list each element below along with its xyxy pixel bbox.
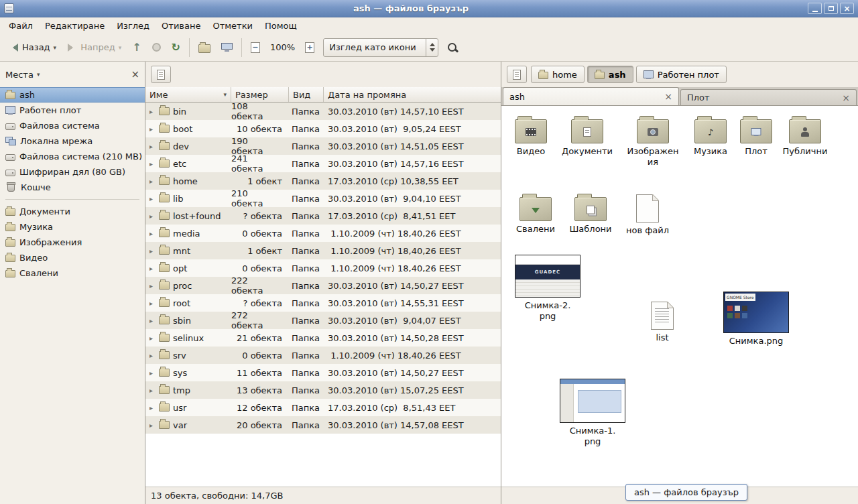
expander-icon[interactable]: ▸ xyxy=(149,334,158,342)
menu-go[interactable]: Отиване xyxy=(156,19,206,33)
menu-help[interactable]: Помощ xyxy=(259,19,303,33)
expander-icon[interactable]: ▸ xyxy=(149,265,158,272)
sidebar-item-video[interactable]: Видео xyxy=(0,250,145,265)
tree-row-bin[interactable]: ▸bin108 обектаПапка30.03.2010 (вт) 14,57… xyxy=(145,103,501,120)
tab-ash[interactable]: ash × xyxy=(503,87,679,105)
home-button[interactable] xyxy=(194,37,215,58)
tree-row-var[interactable]: ▸var20 обектаПапка30.03.2010 (вт) 14,57,… xyxy=(145,416,501,434)
sidebar-close-button[interactable]: × xyxy=(131,68,139,80)
tree-row-lost+found[interactable]: ▸lost+found? обектаПапка17.03.2010 (ср) … xyxy=(145,207,501,225)
tree-row-sbin[interactable]: ▸sbin272 обектаПапка30.03.2010 (вт) 9,04… xyxy=(145,312,501,329)
icon-item-templates[interactable]: Шаблони xyxy=(565,193,616,235)
reload-button[interactable]: ↻ xyxy=(167,37,185,58)
sidebar-item-desktop[interactable]: Работен плот xyxy=(0,103,145,118)
zoom-in-button[interactable]: + xyxy=(300,37,319,58)
icon-item-snimka-1[interactable]: Снимка-1. png xyxy=(558,379,627,446)
tree-row-srv[interactable]: ▸srv0 обектаПапка 1.10.2009 (чт) 18,40,2… xyxy=(145,346,501,364)
tab-close-icon[interactable]: × xyxy=(664,92,672,101)
column-header-size[interactable]: Размер xyxy=(231,87,289,102)
tree-row-usr[interactable]: ▸usr12 обектаПапка17.03.2010 (ср) 8,51,4… xyxy=(145,399,501,416)
expander-icon[interactable]: ▸ xyxy=(149,108,158,115)
tree-row-home[interactable]: ▸home1 обектПапка17.03.2010 (ср) 10,38,5… xyxy=(145,172,501,190)
tree-row-opt[interactable]: ▸opt0 обектаПапка 1.10.2009 (чт) 18,40,2… xyxy=(145,259,501,277)
expander-icon[interactable]: ▸ xyxy=(149,247,158,255)
sidebar-item-network[interactable]: Локална мрежа xyxy=(0,133,145,149)
expander-icon[interactable]: ▸ xyxy=(149,195,158,202)
tree-row-mnt[interactable]: ▸mnt1 обектПапка 1.10.2009 (чт) 18,40,26… xyxy=(145,242,501,259)
tree-row-sys[interactable]: ▸sys11 обектаПапка30.03.2010 (вт) 14,50,… xyxy=(145,364,501,381)
expander-icon[interactable]: ▸ xyxy=(149,282,158,290)
tree-row-selinux[interactable]: ▸selinux21 обектаПапка30.03.2010 (вт) 14… xyxy=(145,329,501,346)
back-button[interactable]: Назад ▾ xyxy=(4,37,61,58)
expander-icon[interactable]: ▸ xyxy=(149,317,158,324)
tree-row-proc[interactable]: ▸proc222 обектаПапка30.03.2010 (вт) 14,5… xyxy=(145,277,501,294)
taskbar-window-label[interactable]: ash — файлов браузър xyxy=(625,484,747,501)
sidebar-item-music[interactable]: Музика xyxy=(0,219,145,235)
expander-icon[interactable]: ▸ xyxy=(149,178,158,185)
icon-view[interactable]: Видео Документи Изображен ия ♪ Музика Пл… xyxy=(501,106,858,487)
tree-row-etc[interactable]: ▸etc241 обектаПапка30.03.2010 (вт) 14,57… xyxy=(145,155,501,172)
sidebar-item-downloads[interactable]: Свалени xyxy=(0,265,145,281)
icon-item-video[interactable]: Видео xyxy=(505,115,556,157)
zoom-out-button[interactable]: − xyxy=(246,37,265,58)
expander-icon[interactable]: ▸ xyxy=(149,143,158,150)
sidebar-item-pictures[interactable]: Изображения xyxy=(0,235,145,250)
expander-icon[interactable]: ▸ xyxy=(149,352,158,359)
close-button[interactable]: × xyxy=(840,3,854,14)
icon-item-desktop[interactable]: Плот xyxy=(731,115,782,157)
sidebar-item-documents[interactable]: Документи xyxy=(0,204,145,219)
expander-icon[interactable]: ▸ xyxy=(149,300,158,307)
breadcrumb-desktop[interactable]: Работен плот xyxy=(636,66,727,83)
forward-button[interactable]: Напред ▾ xyxy=(62,37,126,58)
breadcrumb-ash[interactable]: ash xyxy=(587,66,633,83)
expander-icon[interactable]: ▸ xyxy=(149,387,158,394)
expander-icon[interactable]: ▸ xyxy=(149,369,158,377)
icon-item-pictures[interactable]: Изображен ия xyxy=(627,115,678,167)
icon-item-snimka-2[interactable]: GUADEC Снимка-2. png xyxy=(513,255,583,321)
menu-view[interactable]: Изглед xyxy=(111,19,156,33)
menu-file[interactable]: Файл xyxy=(3,19,39,33)
expander-icon[interactable]: ▸ xyxy=(149,230,158,237)
icon-item-snimka[interactable]: GNOME Store Снимка.png xyxy=(721,292,791,346)
minimize-button[interactable] xyxy=(808,3,822,14)
expander-icon[interactable]: ▸ xyxy=(149,422,158,429)
notes-button[interactable] xyxy=(507,66,527,83)
tree-row-dev[interactable]: ▸dev190 обектаПапка30.03.2010 (вт) 14,51… xyxy=(145,137,501,155)
expander-icon[interactable]: ▸ xyxy=(149,160,158,168)
icon-item-downloads[interactable]: Свалени xyxy=(510,193,561,235)
tab-plot[interactable]: Плот × xyxy=(680,89,857,105)
stop-button[interactable] xyxy=(147,37,166,58)
notes-button[interactable] xyxy=(151,66,171,83)
view-mode-select[interactable]: Изглед като икони xyxy=(323,38,438,57)
icon-item-list[interactable]: list xyxy=(637,300,688,343)
sidebar-item-encrypted-80gb[interactable]: Шифриран дял (80 GB) xyxy=(0,164,145,180)
tree-row-media[interactable]: ▸media0 обектаПапка 1.10.2009 (чт) 18,40… xyxy=(145,225,501,242)
icon-item-documents[interactable]: Документи xyxy=(562,115,613,157)
expander-icon[interactable]: ▸ xyxy=(149,212,158,220)
icon-item-public[interactable]: Публични xyxy=(780,115,831,157)
back-dropdown-icon[interactable]: ▾ xyxy=(54,44,57,51)
column-header-type[interactable]: Вид xyxy=(289,87,324,102)
breadcrumb-home[interactable]: home xyxy=(531,66,585,83)
menu-edit[interactable]: Редактиране xyxy=(39,19,111,33)
up-button[interactable]: ↑ xyxy=(127,37,145,58)
tree-row-lib[interactable]: ▸lib210 обектаПапка30.03.2010 (вт) 9,04,… xyxy=(145,190,501,207)
tab-close-icon[interactable]: × xyxy=(842,93,850,103)
sidebar-item-trash[interactable]: Кошче xyxy=(0,180,145,195)
title-bar[interactable]: ash — файлов браузър × xyxy=(0,0,858,17)
column-header-name[interactable]: Име ▾ xyxy=(145,87,231,102)
sidebar-item-filesystem[interactable]: Файлова система xyxy=(0,118,145,133)
search-button[interactable] xyxy=(442,37,463,58)
maximize-button[interactable] xyxy=(824,3,838,14)
sidebar-item-ash[interactable]: ash xyxy=(0,87,145,103)
menu-bookmarks[interactable]: Отметки xyxy=(206,19,258,33)
places-chevron-icon[interactable]: ▾ xyxy=(37,71,40,78)
expander-icon[interactable]: ▸ xyxy=(149,125,158,133)
computer-button[interactable] xyxy=(217,37,237,58)
sidebar-item-filesystem-210mb[interactable]: Файлова система (210 MB) xyxy=(0,149,145,164)
column-header-modified[interactable]: Дата на промяна xyxy=(324,87,501,102)
icon-item-new-file[interactable]: нов файл xyxy=(622,193,673,236)
tree-row-tmp[interactable]: ▸tmp13 обектаПапка30.03.2010 (вт) 15,07,… xyxy=(145,381,501,399)
places-title[interactable]: Места xyxy=(5,70,34,80)
icon-item-music[interactable]: ♪ Музика xyxy=(685,115,736,157)
